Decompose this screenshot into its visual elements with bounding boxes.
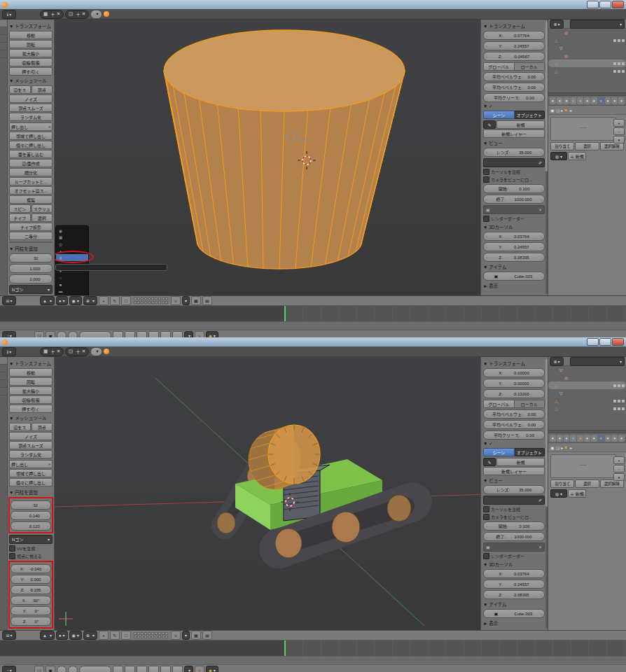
camera-to-view-checkbox[interactable]: カメラをビューにロ... [483,176,545,183]
layer-dot[interactable] [155,301,158,304]
orientation-dropdown[interactable]: ⊕▾ [83,296,97,305]
tool-button[interactable]: 頂点スムーズ [9,104,53,112]
playback-prev-keyframe-button[interactable] [125,666,135,672]
panel-item[interactable]: ▼ アイテム [483,601,545,608]
tab-particles-icon[interactable]: ● [611,97,618,104]
playback-jump-end-button[interactable] [172,331,183,337]
playback-next-keyframe-button[interactable] [160,666,171,672]
shelf-tab-ツール[interactable] [0,20,7,27]
tab-object-data-icon[interactable]: ● [591,97,597,104]
render-border-checkbox[interactable]: レンダーボーダー [483,216,545,222]
menu-item-モンキー[interactable]: ◉ [56,227,88,234]
layer-dot[interactable] [162,301,165,304]
layer-dot[interactable] [151,632,154,635]
playback-jump-end-button[interactable] [172,666,183,672]
layer-dot[interactable] [165,301,168,304]
snap-element-dropdown[interactable]: ▾ [182,296,190,305]
panel-mesh-tools[interactable]: ▼ メッシュツール [9,414,53,421]
tool-button[interactable]: 収縮/膨張 [9,58,53,66]
outliner-row-Cube.003[interactable]: △ [548,382,626,389]
tab-render-icon[interactable]: ● [550,97,556,104]
assign-button[interactable]: 割り当て [550,142,574,150]
slot-add-button[interactable]: + [613,456,625,464]
clip-end[interactable]: ‹終了:1000.000› [483,532,545,541]
layer-dot[interactable] [137,632,140,635]
gp-new-layer-button[interactable]: 新規レイヤー [483,130,545,138]
screen-layout-field[interactable]: ▦＋✕ [40,10,64,19]
generate-uv-checkbox[interactable]: UVを生成 [9,545,53,552]
tab-world-icon[interactable]: ● [570,435,576,442]
edge-bevel-weight[interactable]: ‹平均ベベルウェ:0.00› [483,83,545,92]
render-border-checkbox-checkbox[interactable] [483,216,489,222]
layer-dot[interactable] [137,298,140,300]
tool-button[interactable]: ランダム化 [9,450,53,458]
outliner-row-Material.001[interactable]: ◍ [548,29,626,36]
render-opengl-button[interactable]: ▦ [191,631,201,640]
tab-render-layers-icon[interactable]: ● [557,435,563,442]
record-button[interactable]: ● [195,666,204,672]
material-browse-dropdown[interactable]: ◍ ▾ [550,152,567,160]
tool-button[interactable]: 領域で押し出し [9,132,53,140]
panel-transform[interactable]: ▼ トランスフォーム [9,360,53,367]
slot-remove-button[interactable]: − [613,465,625,472]
vertex-bevel-weight[interactable]: ‹平均ベベルウェ:0.00› [483,410,545,419]
scene-field[interactable]: ◲＋✕ [65,10,89,19]
close-button[interactable] [612,1,624,8]
extrude-dropdown[interactable]: 押し出し▾ [9,122,53,131]
lock-cursor-checkbox-checkbox[interactable] [483,169,489,175]
shelf-tab-作成[interactable] [0,27,7,35]
local-toggle[interactable]: ローカル [515,400,545,408]
cursor-y[interactable]: ‹Y:0.24557› [483,242,545,251]
tool-button[interactable]: 二等分 [9,232,53,240]
median-z[interactable]: ‹Z:0.13200› [483,389,545,398]
median-z[interactable]: ‹Z:-0.04567› [483,52,545,61]
viewport-editor-type-button[interactable]: ⊞▾ [2,296,16,305]
menu-item-グリッド[interactable]: ▦ [56,234,88,241]
tool-button[interactable]: 辺をス [9,423,31,431]
clip-start[interactable]: ‹開始:0.100› [483,184,545,193]
select-icon[interactable] [618,384,620,387]
playback-prev-frame-button[interactable] [137,666,147,672]
clip-start[interactable]: ‹開始:0.100› [483,522,545,531]
layer-dot[interactable] [134,632,137,635]
playback-play-button[interactable] [148,331,159,337]
layer-dot[interactable] [148,301,151,304]
menu-item-平面[interactable]: ▬ [56,288,88,295]
tool-button[interactable]: 頂点 [32,423,53,431]
gp-new-button[interactable]: 新規 [496,120,545,129]
shading-dropdown[interactable]: ●▾ [56,631,68,640]
editor-type-button[interactable]: ℹ▾ [2,10,16,19]
render-opengl-anim-button[interactable]: ▤ [202,631,212,640]
scale-manipulator-button[interactable]: □ [121,631,131,640]
start-frame-field[interactable] [57,331,67,337]
outliner-row-Cube.003[interactable]: △ [548,59,626,67]
start-frame-field[interactable] [57,666,67,672]
lock-object-field[interactable]: ✐ [483,158,545,167]
layer-dot[interactable] [134,301,137,304]
layer-dot[interactable] [155,298,158,300]
npanel-scrollbar[interactable] [545,21,548,294]
extrude-dropdown[interactable]: 押し出し▾ [9,460,53,468]
outliner-scope-dropdown[interactable]: ▾ [570,20,625,29]
panel-transform-n[interactable]: ▼ トランスフォーム [483,360,545,367]
panel-display[interactable]: ► 表示 [483,282,545,289]
align-to-view-checkbox[interactable]: 視点に揃える [9,553,53,559]
translate-manipulator-button[interactable]: + [99,296,109,305]
menu-item-トーラス[interactable]: ◎ [56,241,88,248]
viewport-3d[interactable]: ◉▦◎▲▮◆●○■▬ [55,20,480,295]
lock-cursor-checkbox[interactable]: カーソルを注視 [483,506,545,512]
viewport-3d[interactable] [55,357,480,630]
playback-prev-frame-button[interactable] [137,331,147,337]
snap-element-dropdown[interactable]: ▾ [182,631,190,640]
maximize-button[interactable] [599,338,611,346]
menu-item-円[interactable]: ○ [56,274,88,281]
outliner-row-Material.001[interactable]: ◍ [548,374,626,382]
lock-cursor-checkbox[interactable]: カーソルを注視 [483,169,545,175]
median-y[interactable]: ‹Y:0.24557› [483,41,545,50]
rotate-manipulator-button[interactable]: ↻ [110,296,120,305]
layer-dot[interactable] [141,301,144,304]
panel-mesh-tools[interactable]: ▼ メッシュツール [9,77,53,84]
keying-set-dropdown[interactable]: ◆▾ [206,666,218,672]
tool-button[interactable]: 個々に押し出し [9,141,53,149]
layer-dot[interactable] [155,636,158,638]
